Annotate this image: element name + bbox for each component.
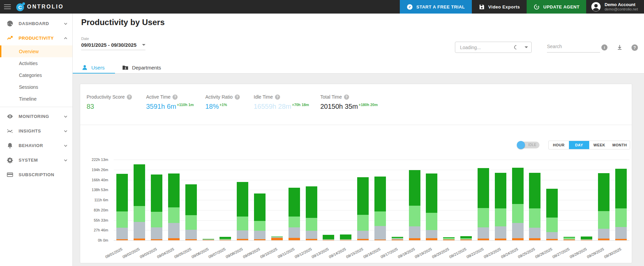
light-green-segment[interactable] xyxy=(203,239,214,240)
dark-green-segment[interactable] xyxy=(495,173,506,208)
orange-segment[interactable] xyxy=(203,240,214,240)
gray-segment[interactable] xyxy=(546,232,558,239)
help-icon[interactable]: ? xyxy=(275,95,280,100)
light-green-segment[interactable] xyxy=(460,238,472,239)
gray-segment[interactable] xyxy=(460,239,472,240)
dark-green-segment[interactable] xyxy=(237,182,248,217)
light-green-segment[interactable] xyxy=(529,208,540,228)
gray-segment[interactable] xyxy=(237,230,248,239)
light-green-segment[interactable] xyxy=(151,212,162,227)
menu-icon[interactable] xyxy=(0,0,15,14)
orange-segment[interactable] xyxy=(323,240,334,240)
dark-green-segment[interactable] xyxy=(151,175,162,212)
gray-segment[interactable] xyxy=(289,227,300,238)
light-green-segment[interactable] xyxy=(615,208,627,227)
light-green-segment[interactable] xyxy=(220,239,231,240)
sidebar-item-behavior[interactable]: BEHAVIOR xyxy=(0,138,72,153)
light-green-segment[interactable] xyxy=(598,211,610,229)
sidebar-subitem-overview[interactable]: Overview xyxy=(0,45,72,57)
dark-green-segment[interactable] xyxy=(254,193,266,221)
gray-segment[interactable] xyxy=(392,239,403,240)
help-icon[interactable]: ? xyxy=(631,44,638,51)
dark-green-segment[interactable] xyxy=(564,237,575,238)
tab-users[interactable]: Users xyxy=(73,62,113,73)
orange-segment[interactable] xyxy=(357,239,369,240)
gray-segment[interactable] xyxy=(168,223,180,238)
dark-green-segment[interactable] xyxy=(271,237,283,237)
gray-segment[interactable] xyxy=(529,228,540,238)
light-green-segment[interactable] xyxy=(237,217,248,231)
light-green-segment[interactable] xyxy=(495,208,506,226)
orange-segment[interactable] xyxy=(116,239,128,240)
orange-segment[interactable] xyxy=(546,239,558,240)
orange-segment[interactable] xyxy=(220,240,231,240)
orange-segment[interactable] xyxy=(529,238,540,240)
dark-green-segment[interactable] xyxy=(409,170,420,206)
date-range-picker[interactable]: Date 09/01/2025 - 09/30/2025 xyxy=(81,37,145,50)
sidebar-item-dashboard[interactable]: DASHBOARD xyxy=(0,16,72,31)
light-green-segment[interactable] xyxy=(426,213,437,230)
dark-green-segment[interactable] xyxy=(340,234,351,239)
gray-segment[interactable] xyxy=(134,222,145,239)
gray-segment[interactable] xyxy=(340,240,351,240)
gray-segment[interactable] xyxy=(185,230,197,239)
dark-green-segment[interactable] xyxy=(134,164,145,206)
orange-segment[interactable] xyxy=(289,238,300,240)
dark-green-segment[interactable] xyxy=(306,186,317,218)
dark-green-segment[interactable] xyxy=(185,184,197,215)
dark-green-segment[interactable] xyxy=(598,173,610,211)
gray-segment[interactable] xyxy=(443,239,455,240)
gray-segment[interactable] xyxy=(512,223,524,238)
gray-segment[interactable] xyxy=(478,227,489,239)
light-green-segment[interactable] xyxy=(185,215,197,230)
range-button-day[interactable]: DAY xyxy=(569,141,589,149)
gray-segment[interactable] xyxy=(581,240,592,240)
gray-segment[interactable] xyxy=(495,226,506,239)
light-green-segment[interactable] xyxy=(581,239,592,240)
toggle-knob[interactable] xyxy=(517,141,525,149)
light-green-segment[interactable] xyxy=(323,239,334,240)
sidebar-subitem-activities[interactable]: Activities xyxy=(0,57,72,69)
orange-segment[interactable] xyxy=(340,240,351,240)
gray-segment[interactable] xyxy=(323,240,334,240)
gray-segment[interactable] xyxy=(598,229,610,239)
gray-segment[interactable] xyxy=(357,231,369,239)
orange-segment[interactable] xyxy=(460,240,472,240)
dark-green-segment[interactable] xyxy=(478,168,489,208)
dark-green-segment[interactable] xyxy=(529,173,540,208)
dark-green-segment[interactable] xyxy=(220,237,231,239)
dark-green-segment[interactable] xyxy=(116,174,128,211)
dark-green-segment[interactable] xyxy=(443,237,455,238)
dark-green-segment[interactable] xyxy=(357,177,369,215)
light-green-segment[interactable] xyxy=(134,206,145,222)
orange-segment[interactable] xyxy=(512,238,524,240)
orange-segment[interactable] xyxy=(478,239,489,240)
sidebar-subitem-timeline[interactable]: Timeline xyxy=(0,93,72,105)
orange-segment[interactable] xyxy=(581,240,592,240)
update-agent-button[interactable]: UPDATE AGENT xyxy=(527,0,586,14)
orange-segment[interactable] xyxy=(409,238,420,240)
range-button-month[interactable]: MONTH xyxy=(610,141,630,149)
orange-segment[interactable] xyxy=(392,240,403,240)
video-exports-button[interactable]: Video Exports xyxy=(472,0,527,14)
light-green-segment[interactable] xyxy=(392,238,403,239)
light-green-segment[interactable] xyxy=(289,217,300,227)
search-input[interactable] xyxy=(547,44,600,49)
gray-segment[interactable] xyxy=(116,228,128,239)
dark-green-segment[interactable] xyxy=(203,239,214,239)
idle-toggle[interactable]: IDLE xyxy=(518,142,539,148)
orange-segment[interactable] xyxy=(615,239,627,240)
sidebar-item-productivity[interactable]: PRODUCTIVITY xyxy=(0,31,72,45)
dark-green-segment[interactable] xyxy=(392,237,403,238)
dark-green-segment[interactable] xyxy=(426,173,437,213)
help-icon[interactable]: ? xyxy=(344,95,349,100)
dark-green-segment[interactable] xyxy=(374,177,386,212)
tab-departments[interactable]: Departments xyxy=(113,62,170,73)
orange-segment[interactable] xyxy=(374,240,386,240)
dark-green-segment[interactable] xyxy=(615,169,627,208)
gray-segment[interactable] xyxy=(220,240,231,240)
help-icon[interactable]: ? xyxy=(172,95,178,100)
start-free-trial-button[interactable]: START A FREE TRIAL xyxy=(400,0,472,14)
orange-segment[interactable] xyxy=(271,238,283,240)
orange-segment[interactable] xyxy=(168,238,180,240)
